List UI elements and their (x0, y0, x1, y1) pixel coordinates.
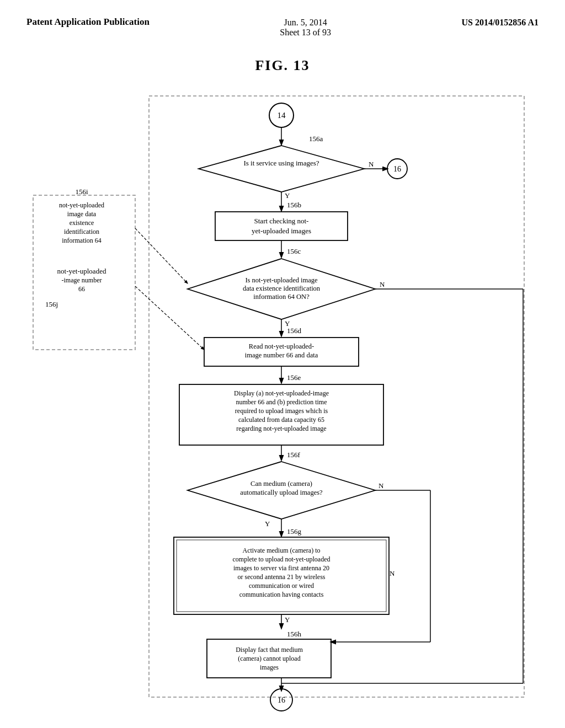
header-right: US 2014/0152856 A1 (461, 15, 539, 28)
svg-text:calculated from data capacity : calculated from data capacity 65 (238, 416, 324, 424)
svg-text:images: images (260, 663, 279, 671)
svg-text:156h: 156h (287, 630, 302, 638)
svg-text:N: N (390, 569, 395, 577)
header-center: Jun. 5, 2014 Sheet 13 of 93 (280, 15, 331, 38)
svg-text:not-yet-uploaded: not-yet-uploaded (57, 267, 106, 275)
svg-text:images to server via first ant: images to server via first antenna 20 (233, 564, 329, 572)
patent-number: US 2014/0152856 A1 (461, 18, 539, 27)
svg-text:image data: image data (67, 210, 97, 218)
svg-text:N: N (380, 280, 385, 288)
publication-label: Patent Application Publication (26, 17, 150, 27)
svg-text:Y: Y (265, 520, 270, 528)
svg-text:Y: Y (285, 191, 290, 200)
svg-text:156a: 156a (309, 135, 323, 143)
svg-line-83 (135, 228, 188, 283)
svg-text:(camera) cannot upload: (camera) cannot upload (238, 655, 300, 662)
svg-text:14: 14 (278, 111, 286, 120)
svg-text:image number 66 and data: image number 66 and data (245, 351, 318, 359)
svg-text:complete to upload not-yet-upl: complete to upload not-yet-uploaded (233, 555, 331, 563)
svg-text:Display fact that medium: Display fact that medium (236, 646, 303, 654)
svg-text:16: 16 (393, 165, 401, 173)
svg-text:156j: 156j (45, 300, 58, 308)
svg-text:-image number: -image number (62, 276, 102, 284)
flowchart-svg: 14 156a Is it service using images? N 16… (0, 79, 565, 719)
svg-text:existence: existence (70, 219, 94, 227)
svg-text:information 64: information 64 (62, 237, 102, 244)
svg-text:not-yet-uploaded: not-yet-uploaded (59, 201, 104, 209)
svg-text:required to upload images whic: required to upload images which is (235, 407, 328, 415)
svg-text:yet-uploaded images: yet-uploaded images (252, 227, 311, 235)
svg-text:Read not-yet-uploaded-: Read not-yet-uploaded- (249, 342, 314, 350)
svg-text:communication having contacts: communication having contacts (239, 591, 324, 598)
svg-text:Is not-yet-uploaded image: Is not-yet-uploaded image (245, 276, 318, 284)
svg-text:156g: 156g (287, 527, 302, 536)
svg-text:N: N (369, 160, 374, 168)
svg-text:automatically upload images?: automatically upload images? (240, 489, 323, 496)
svg-text:156e: 156e (287, 373, 301, 382)
page-header: Patent Application Publication Jun. 5, 2… (0, 0, 565, 38)
svg-text:66: 66 (78, 285, 85, 293)
svg-text:Display (a) not-yet-uploaded-i: Display (a) not-yet-uploaded-image (234, 389, 329, 397)
figure-title: FIG. 13 (0, 57, 565, 74)
diagram-container: 14 156a Is it service using images? N 16… (0, 79, 565, 719)
svg-text:N: N (379, 481, 384, 490)
fig-title-text: FIG. 13 (255, 57, 310, 73)
svg-text:Can medium (camera): Can medium (camera) (250, 480, 312, 488)
svg-text:information 64 ON?: information 64 ON? (253, 293, 310, 301)
svg-text:Start checking not-: Start checking not- (254, 217, 309, 225)
svg-text:16: 16 (278, 696, 285, 704)
svg-text:156c: 156c (287, 247, 301, 255)
svg-text:156i: 156i (75, 188, 88, 196)
svg-text:156f: 156f (287, 451, 301, 459)
svg-text:communication or wired: communication or wired (249, 582, 314, 590)
svg-text:identification: identification (64, 228, 99, 235)
svg-text:number 66 and (b) prediction t: number 66 and (b) prediction time (236, 398, 327, 406)
header-date: Jun. 5, 2014 (280, 18, 331, 28)
svg-text:Activate medium (camera) to: Activate medium (camera) to (243, 547, 321, 554)
svg-line-84 (135, 286, 204, 350)
header-left: Patent Application Publication (26, 15, 150, 29)
svg-rect-0 (149, 96, 524, 697)
svg-text:Y: Y (285, 615, 290, 624)
svg-text:156d: 156d (287, 326, 302, 335)
svg-text:regarding not-yet-uploaded ima: regarding not-yet-uploaded image (236, 425, 326, 432)
svg-text:156b: 156b (287, 201, 301, 209)
svg-text:data existence identification: data existence identification (243, 285, 321, 292)
svg-text:or second antenna 21 by wirele: or second antenna 21 by wireless (238, 573, 326, 581)
svg-rect-15 (215, 212, 348, 240)
header-sheet: Sheet 13 of 93 (280, 28, 331, 38)
svg-marker-6 (199, 146, 364, 192)
svg-text:Is it service using images?: Is it service using images? (243, 159, 319, 167)
